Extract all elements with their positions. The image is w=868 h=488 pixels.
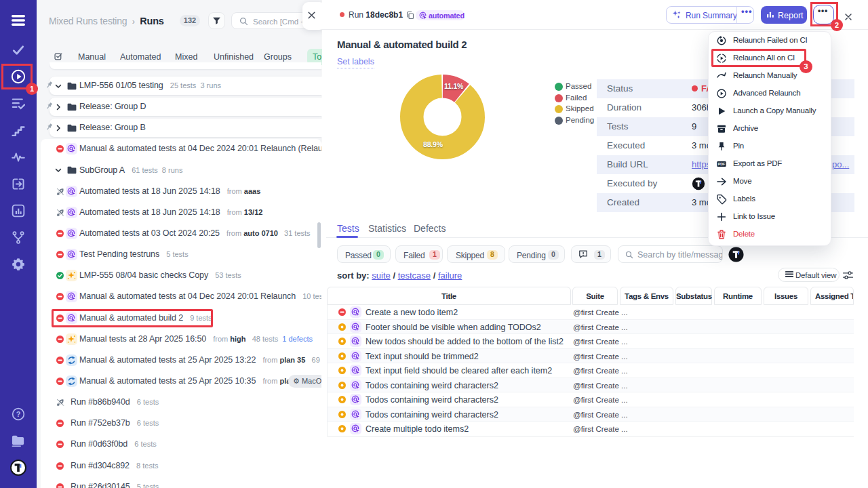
svg-text:PDF: PDF <box>718 162 726 166</box>
svg-text:?: ? <box>16 410 21 418</box>
